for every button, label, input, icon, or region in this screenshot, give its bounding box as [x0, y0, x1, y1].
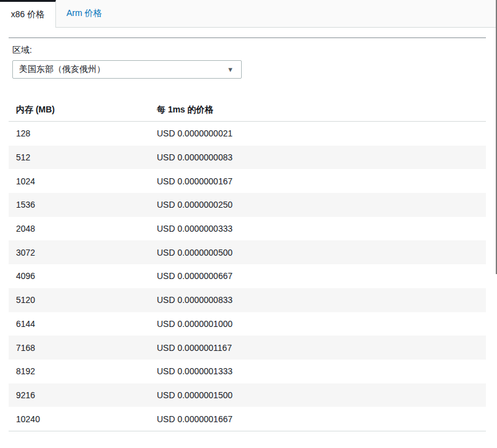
- memory-cell: 2048: [9, 217, 157, 241]
- tab-arm-pricing[interactable]: Arm 价格: [66, 8, 102, 19]
- memory-cell: 10240: [9, 407, 157, 431]
- memory-cell: 512: [9, 146, 157, 170]
- price-cell: USD 0.0000000167: [157, 169, 486, 193]
- memory-cell: 3072: [9, 240, 157, 264]
- price-cell: USD 0.0000000667: [157, 264, 486, 288]
- pricing-table: 内存 (MB) 每 1ms 的价格 128 USD 0.0000000021 5…: [9, 99, 486, 431]
- column-header-memory: 内存 (MB): [9, 99, 157, 122]
- tabstrip-background: Arm 价格: [56, 0, 497, 28]
- memory-cell: 4096: [9, 264, 157, 288]
- price-cell: USD 0.0000001000: [157, 312, 486, 336]
- table-row: 6144 USD 0.0000001000: [9, 312, 486, 336]
- column-header-price: 每 1ms 的价格: [157, 99, 486, 122]
- table-row: 1536 USD 0.0000000250: [9, 193, 486, 217]
- price-cell: USD 0.0000000083: [157, 146, 486, 170]
- pricing-table-body: 128 USD 0.0000000021 512 USD 0.000000008…: [9, 122, 486, 431]
- region-select[interactable]: 美国东部（俄亥俄州） ▼: [12, 60, 242, 79]
- table-row: 128 USD 0.0000000021: [9, 122, 486, 146]
- table-header-row: 内存 (MB) 每 1ms 的价格: [9, 99, 486, 122]
- table-row: 3072 USD 0.0000000500: [9, 240, 486, 264]
- memory-cell: 1536: [9, 193, 157, 217]
- memory-cell: 1024: [9, 169, 157, 193]
- caret-down-icon: ▼: [227, 66, 234, 73]
- price-cell: USD 0.0000000833: [157, 288, 486, 312]
- table-row: 4096 USD 0.0000000667: [9, 264, 486, 288]
- memory-cell: 9216: [9, 383, 157, 407]
- price-cell: USD 0.0000000250: [157, 193, 486, 217]
- memory-cell: 128: [9, 122, 157, 146]
- memory-cell: 7168: [9, 336, 157, 360]
- price-cell: USD 0.0000000021: [157, 122, 486, 146]
- price-cell: USD 0.0000000333: [157, 217, 486, 241]
- region-section: 区域: 美国东部（俄亥俄州） ▼: [12, 44, 497, 79]
- table-row: 10240 USD 0.0000001667: [9, 407, 486, 431]
- region-label: 区域:: [12, 44, 497, 56]
- section-divider: [9, 37, 486, 38]
- table-row: 512 USD 0.0000000083: [9, 146, 486, 170]
- price-cell: USD 0.0000000500: [157, 240, 486, 264]
- memory-cell: 8192: [9, 360, 157, 383]
- table-row: 1024 USD 0.0000000167: [9, 169, 486, 193]
- tab-x86-pricing-label: x86 价格: [11, 9, 44, 20]
- table-row: 2048 USD 0.0000000333: [9, 217, 486, 241]
- table-row: 7168 USD 0.0000001167: [9, 336, 486, 360]
- price-cell: USD 0.0000001333: [157, 360, 486, 383]
- table-row: 9216 USD 0.0000001500: [9, 383, 486, 407]
- tab-x86-pricing[interactable]: x86 价格: [0, 0, 56, 28]
- memory-cell: 5120: [9, 288, 157, 312]
- price-cell: USD 0.0000001167: [157, 336, 486, 360]
- region-select-value: 美国东部（俄亥俄州）: [19, 64, 105, 75]
- table-row: 5120 USD 0.0000000833: [9, 288, 486, 312]
- table-row: 8192 USD 0.0000001333: [9, 360, 486, 383]
- memory-cell: 6144: [9, 312, 157, 336]
- price-cell: USD 0.0000001500: [157, 383, 486, 407]
- pricing-tabs: x86 价格 Arm 价格: [0, 0, 497, 28]
- price-cell: USD 0.0000001667: [157, 407, 486, 431]
